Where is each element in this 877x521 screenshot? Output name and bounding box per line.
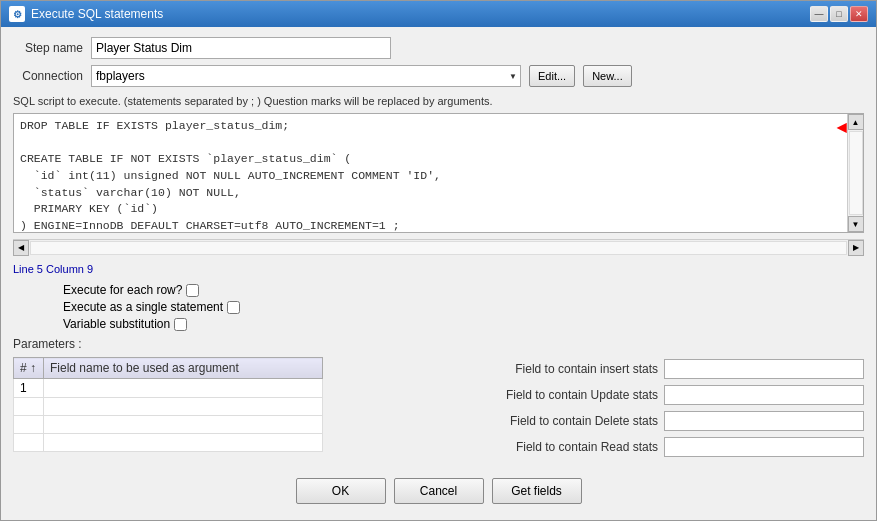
close-button[interactable]: ✕ bbox=[850, 6, 868, 22]
step-name-input[interactable] bbox=[91, 37, 391, 59]
params-table: # ↑ Field name to be used as argument 1 bbox=[13, 357, 323, 452]
edit-button[interactable]: Edit... bbox=[529, 65, 575, 87]
sql-editor-container: DROP TABLE IF EXISTS player_status_dim; … bbox=[13, 113, 864, 233]
delete-stats-row: Field to contain Delete stats bbox=[333, 411, 864, 431]
window-icon: ⚙ bbox=[9, 6, 25, 22]
connection-select[interactable]: fbplayers bbox=[91, 65, 521, 87]
update-stats-row: Field to contain Update stats bbox=[333, 385, 864, 405]
minimize-button[interactable]: — bbox=[810, 6, 828, 22]
horiz-scroll-track[interactable] bbox=[30, 241, 847, 255]
params-label: Parameters : bbox=[13, 337, 864, 351]
insert-stats-label: Field to contain insert stats bbox=[515, 362, 658, 376]
step-name-label: Step name bbox=[13, 41, 83, 55]
variable-substitution-label: Variable substitution bbox=[63, 317, 170, 331]
table-row bbox=[14, 398, 323, 416]
update-stats-label: Field to contain Update stats bbox=[506, 388, 658, 402]
title-bar: ⚙ Execute SQL statements — □ ✕ bbox=[1, 1, 876, 27]
row-field[interactable] bbox=[44, 379, 323, 398]
scroll-indicator: ◂ bbox=[837, 116, 846, 138]
sql-description: SQL script to execute. (statements separ… bbox=[13, 95, 864, 107]
execute-each-row-checkbox[interactable] bbox=[186, 284, 199, 297]
read-stats-label: Field to contain Read stats bbox=[516, 440, 658, 454]
insert-stats-row: Field to contain insert stats bbox=[333, 359, 864, 379]
ok-button[interactable]: OK bbox=[296, 478, 386, 504]
scroll-up-arrow[interactable]: ▲ bbox=[848, 114, 864, 130]
bottom-section: # ↑ Field name to be used as argument 1 bbox=[13, 357, 864, 464]
title-buttons: — □ ✕ bbox=[810, 6, 868, 22]
execute-single-checkbox[interactable] bbox=[227, 301, 240, 314]
get-fields-button[interactable]: Get fields bbox=[492, 478, 582, 504]
variable-substitution-checkbox[interactable] bbox=[174, 318, 187, 331]
connection-select-wrapper: fbplayers bbox=[91, 65, 521, 87]
content-area: Step name Connection fbplayers Edit... N… bbox=[1, 27, 876, 520]
maximize-button[interactable]: □ bbox=[830, 6, 848, 22]
params-table-container: # ↑ Field name to be used as argument 1 bbox=[13, 357, 323, 464]
scroll-right-arrow[interactable]: ▶ bbox=[848, 240, 864, 256]
connection-row: Connection fbplayers Edit... New... bbox=[13, 65, 864, 87]
row-num: 1 bbox=[14, 379, 44, 398]
variable-substitution-option: Variable substitution bbox=[63, 317, 864, 331]
stats-section: Field to contain insert stats Field to c… bbox=[333, 357, 864, 464]
col-header-num: # ↑ bbox=[14, 358, 44, 379]
delete-stats-input[interactable] bbox=[664, 411, 864, 431]
execute-each-row-label: Execute for each row? bbox=[63, 283, 182, 297]
scroll-track[interactable] bbox=[849, 131, 863, 215]
execute-single-label: Execute as a single statement bbox=[63, 300, 223, 314]
footer-buttons: OK Cancel Get fields bbox=[13, 470, 864, 510]
options-section: Execute for each row? Execute as a singl… bbox=[13, 283, 864, 331]
window-title: Execute SQL statements bbox=[31, 7, 163, 21]
read-stats-row: Field to contain Read stats bbox=[333, 437, 864, 457]
new-button[interactable]: New... bbox=[583, 65, 632, 87]
connection-label: Connection bbox=[13, 69, 83, 83]
main-window: ⚙ Execute SQL statements — □ ✕ Step name… bbox=[0, 0, 877, 521]
vertical-scrollbar[interactable]: ▲ ▼ bbox=[847, 114, 863, 232]
delete-stats-label: Field to contain Delete stats bbox=[510, 414, 658, 428]
insert-stats-input[interactable] bbox=[664, 359, 864, 379]
status-bar: Line 5 Column 9 bbox=[13, 261, 864, 277]
execute-each-row-option: Execute for each row? bbox=[63, 283, 864, 297]
table-row bbox=[14, 416, 323, 434]
col-header-field: Field name to be used as argument bbox=[44, 358, 323, 379]
read-stats-input[interactable] bbox=[664, 437, 864, 457]
scroll-left-arrow[interactable]: ◀ bbox=[13, 240, 29, 256]
table-row bbox=[14, 434, 323, 452]
update-stats-input[interactable] bbox=[664, 385, 864, 405]
horizontal-scrollbar: ◀ ▶ bbox=[13, 239, 864, 255]
cancel-button[interactable]: Cancel bbox=[394, 478, 484, 504]
title-bar-left: ⚙ Execute SQL statements bbox=[9, 6, 163, 22]
execute-single-option: Execute as a single statement bbox=[63, 300, 864, 314]
scroll-down-arrow[interactable]: ▼ bbox=[848, 216, 864, 232]
table-row: 1 bbox=[14, 379, 323, 398]
sql-editor[interactable]: DROP TABLE IF EXISTS player_status_dim; … bbox=[14, 114, 847, 232]
step-name-row: Step name bbox=[13, 37, 864, 59]
